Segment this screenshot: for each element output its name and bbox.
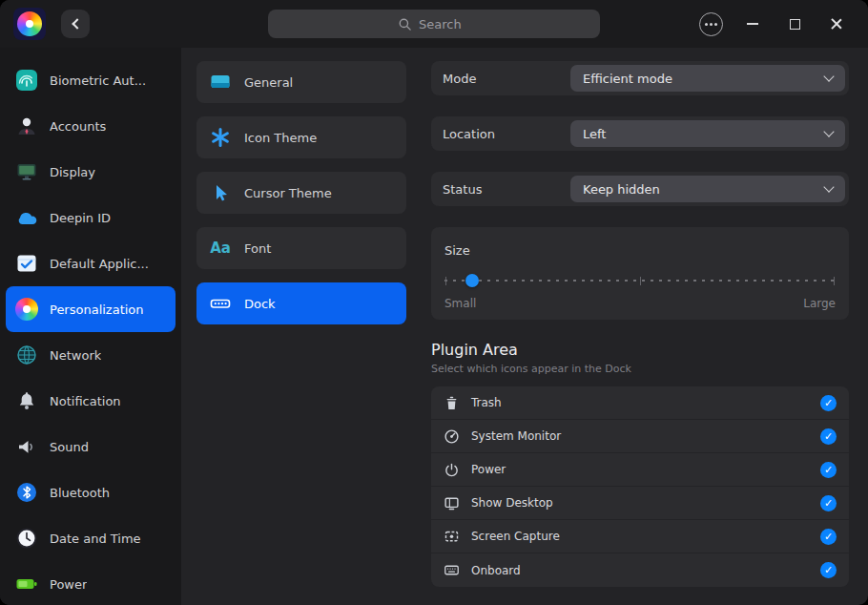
subnav-item-general[interactable]: General	[196, 61, 406, 103]
subnav-item-font[interactable]: Aa Font	[196, 227, 406, 269]
sidebar-item-personalization[interactable]: Personalization	[6, 286, 176, 332]
speaker-icon	[13, 433, 40, 460]
location-label: Location	[443, 127, 495, 141]
titlebar	[0, 0, 868, 48]
sidebar-item-sound[interactable]: Sound	[6, 424, 176, 469]
sidebar-item-notification[interactable]: Notification	[6, 378, 176, 424]
plugin-row-screen-capture[interactable]: Screen Capture	[431, 520, 849, 553]
checkbox-checked-icon[interactable]	[820, 529, 837, 545]
checkbox-checked-icon[interactable]	[820, 395, 837, 411]
status-row: Status Keep hidden	[431, 172, 849, 206]
ellipsis-icon	[699, 12, 723, 36]
close-button[interactable]	[818, 9, 855, 39]
dock-icon	[208, 291, 233, 316]
sidebar-item-power[interactable]: Power	[6, 561, 176, 605]
chevron-down-icon	[823, 71, 834, 81]
sidebar-item-bluetooth[interactable]: Bluetooth	[6, 469, 176, 515]
desktop-icon	[443, 494, 460, 511]
subnav-item-cursor-theme[interactable]: Cursor Theme	[196, 172, 406, 214]
minimize-icon	[747, 23, 758, 25]
chevron-down-icon	[823, 126, 834, 136]
size-label: Size	[444, 243, 470, 258]
sidebar-item-label: Bluetooth	[50, 486, 110, 500]
back-button[interactable]	[61, 10, 90, 38]
cursor-icon	[208, 180, 233, 205]
location-dropdown[interactable]: Left	[570, 120, 845, 147]
sidebar-item-date-time[interactable]: Date and Time	[6, 515, 176, 561]
maximize-icon	[790, 19, 800, 30]
cloud-icon	[13, 204, 40, 231]
plugin-row-trash[interactable]: Trash	[431, 386, 849, 420]
subnav-item-icon-theme[interactable]: Icon Theme	[196, 116, 406, 158]
keyboard-icon	[443, 562, 460, 579]
search-box[interactable]	[268, 10, 600, 38]
checkbox-checked-icon[interactable]	[820, 462, 837, 478]
size-max-label: Large	[803, 297, 836, 310]
slider-tick	[640, 277, 641, 285]
subnav-item-label: Dock	[244, 297, 276, 311]
location-value: Left	[583, 127, 606, 141]
dock-settings-panel: Mode Efficient mode Location Left Status…	[425, 48, 868, 605]
clock-icon	[13, 525, 40, 552]
mode-row: Mode Efficient mode	[431, 61, 849, 95]
main-area: Biometric Aut... Accounts Display Deepin…	[0, 48, 868, 605]
sidebar-item-deepin-id[interactable]: Deepin ID	[6, 195, 176, 240]
personalization-subnav: General Icon Theme Cursor Theme Aa Font …	[181, 48, 425, 605]
minimize-button[interactable]	[734, 9, 771, 39]
sidebar-item-biometric[interactable]: Biometric Aut...	[6, 57, 176, 103]
checkbox-checked-icon[interactable]	[820, 495, 837, 511]
monitor-icon	[13, 158, 40, 185]
search-input[interactable]	[419, 17, 470, 31]
general-icon	[208, 70, 233, 94]
slider-labels: Small Large	[444, 297, 836, 310]
plugin-row-onboard[interactable]: Onboard	[431, 553, 849, 587]
status-dropdown[interactable]: Keep hidden	[570, 176, 845, 202]
plugin-row-power[interactable]: Power	[431, 453, 849, 487]
sidebar-item-label: Display	[50, 165, 95, 179]
subnav-item-label: General	[244, 75, 293, 90]
checkbox-checked-icon[interactable]	[820, 428, 837, 445]
plugin-label: Trash	[471, 396, 502, 409]
dock-size-slider[interactable]	[444, 272, 836, 289]
sidebar-item-default-apps[interactable]: Default Applic...	[6, 240, 176, 286]
subnav-item-label: Icon Theme	[244, 131, 317, 145]
plugin-list: Trash System Monitor Power Show Desktop	[431, 386, 849, 587]
mode-value: Efficient mode	[583, 72, 672, 86]
gauge-icon	[443, 428, 460, 445]
power-icon	[443, 461, 460, 478]
close-icon	[830, 17, 843, 31]
checkbox-checked-icon[interactable]	[820, 562, 837, 578]
sidebar-item-network[interactable]: Network	[6, 332, 176, 378]
plugin-label: Screen Capture	[471, 530, 560, 543]
bluetooth-icon	[13, 479, 40, 506]
more-options-button[interactable]	[692, 9, 729, 39]
screen-capture-icon	[443, 528, 460, 545]
trash-icon	[443, 394, 460, 411]
icon-theme-icon	[208, 125, 233, 150]
app-logo-icon	[13, 8, 46, 40]
sidebar-item-label: Accounts	[50, 119, 106, 134]
subnav-item-dock[interactable]: Dock	[196, 282, 406, 324]
location-row: Location Left	[431, 116, 849, 151]
plugin-row-system-monitor[interactable]: System Monitor	[431, 420, 849, 453]
plugin-area-title: Plugin Area	[431, 341, 849, 359]
size-panel: Size Small Large	[431, 227, 849, 320]
plugin-label: Show Desktop	[471, 496, 553, 510]
maximize-button[interactable]	[776, 9, 813, 39]
sidebar-item-display[interactable]: Display	[6, 149, 176, 195]
color-wheel-icon	[13, 296, 40, 323]
globe-icon	[13, 342, 40, 368]
sidebar-item-label: Date and Time	[50, 532, 141, 546]
gear-logo-icon	[17, 11, 42, 36]
plugin-row-show-desktop[interactable]: Show Desktop	[431, 487, 849, 520]
sidebar-item-label: Personalization	[50, 302, 144, 317]
mode-dropdown[interactable]: Efficient mode	[570, 65, 845, 92]
font-icon: Aa	[208, 236, 233, 261]
dock-size-slider-handle[interactable]	[465, 274, 479, 287]
sidebar-item-accounts[interactable]: Accounts	[6, 103, 176, 149]
slider-tick	[445, 277, 446, 285]
sidebar: Biometric Aut... Accounts Display Deepin…	[0, 48, 181, 605]
status-label: Status	[443, 182, 482, 197]
subnav-item-label: Font	[244, 241, 271, 256]
user-icon	[13, 113, 40, 139]
